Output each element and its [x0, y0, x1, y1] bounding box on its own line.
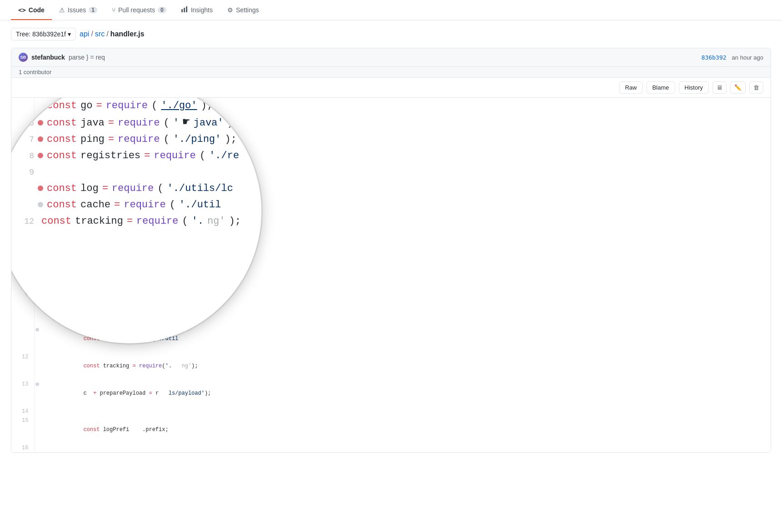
- breadcrumb-current-file: handler.js: [110, 30, 145, 38]
- breadcrumb-bar: Tree: 836b392e1f ▾ api / src / handler.j…: [0, 20, 782, 48]
- commit-info-right: 836b392 an hour ago: [702, 54, 763, 61]
- table-row: const log = require('./utils/lc: [11, 298, 771, 325]
- commit-message: parse } = req: [69, 54, 105, 61]
- blame-button[interactable]: Blame: [647, 81, 675, 94]
- commit-author[interactable]: stefanbuck: [31, 54, 65, 61]
- table-row: 12 const tracking = require('. ng');: [11, 352, 771, 380]
- table-row: const cache = require('./util: [11, 325, 771, 352]
- tab-issues[interactable]: ⚠ Issues 1: [52, 1, 105, 20]
- nav-tabs: <> Code ⚠ Issues 1 ⑂ Pull requests 0 Ins…: [0, 0, 782, 20]
- table-row: 8 const registries = require('./re: [11, 261, 771, 289]
- table-row: 6 const java = require('./java');: [11, 207, 771, 234]
- desktop-icon-button[interactable]: 🖥: [712, 81, 727, 94]
- pull-request-icon: ⑂: [112, 6, 115, 14]
- tab-issues-label: Issues: [68, 6, 86, 14]
- avatar: SB: [19, 53, 28, 62]
- table-row: 9: [11, 289, 771, 298]
- svg-rect-2: [186, 6, 187, 12]
- svg-rect-0: [181, 9, 183, 12]
- code-area[interactable]: 5 const go = require('./go'); 6 const ja…: [11, 98, 771, 452]
- commit-time: an hour ago: [732, 54, 763, 61]
- history-button[interactable]: History: [679, 81, 709, 94]
- tab-code[interactable]: <> Code: [11, 1, 52, 20]
- tab-pull-requests-label: Pull requests: [118, 6, 155, 14]
- chevron-down-icon: ▾: [68, 30, 71, 38]
- insights-icon: [181, 5, 188, 14]
- breadcrumb-api[interactable]: api: [80, 30, 89, 38]
- breadcrumb-sep-2: /: [106, 30, 108, 38]
- pencil-icon: ✏️: [734, 84, 742, 91]
- code-icon: <>: [18, 6, 26, 14]
- table-row: 14: [11, 407, 771, 416]
- table-row: 13 c + preparePayload = r ls/payload');: [11, 380, 771, 407]
- table-row: const pMap = require('p-map'.: [11, 152, 771, 180]
- tab-settings[interactable]: ⚙ Settings: [220, 1, 266, 20]
- breadcrumb-sep-1: /: [91, 30, 93, 38]
- raw-button[interactable]: Raw: [619, 81, 643, 94]
- tab-insights[interactable]: Insights: [174, 0, 220, 20]
- commit-sha[interactable]: 836b392: [702, 54, 727, 61]
- breadcrumb: api / src / handler.js: [80, 30, 144, 38]
- tree-selector[interactable]: Tree: 836b392e1f ▾: [11, 28, 76, 40]
- tree-label: Tree: 836b392e1f: [16, 30, 66, 38]
- commit-info-left: SB stefanbuck parse } = req: [19, 53, 105, 62]
- file-actions-bar: Raw Blame History 🖥 ✏️ 🗑: [11, 78, 771, 98]
- issues-badge: 1: [89, 7, 97, 13]
- file-container: SB stefanbuck parse } = req 836b392 an h…: [11, 48, 771, 453]
- breadcrumb-src[interactable]: src: [95, 30, 105, 38]
- table-row: .parse } = req: [11, 98, 771, 125]
- table-row: 15 const logPrefi .prefix;: [11, 416, 771, 443]
- table-row: 7 const ping = require('./ping');: [11, 234, 771, 261]
- contributors-info: 1 contributor: [11, 67, 771, 78]
- commit-bar: SB stefanbuck parse } = req 836b392 an h…: [11, 48, 771, 67]
- issues-icon: ⚠: [59, 6, 65, 14]
- contributors-count: 1 contributor: [19, 69, 51, 75]
- code-table: .parse } = req ist { json } = require(: [11, 98, 771, 452]
- tab-code-label: Code: [29, 6, 45, 14]
- tab-pull-requests[interactable]: ⑂ Pull requests 0: [105, 1, 174, 20]
- table-row: 16: [11, 443, 771, 452]
- table-row: ist { json } = require(: [11, 125, 771, 152]
- tab-settings-label: Settings: [236, 6, 259, 14]
- svg-rect-1: [184, 8, 185, 12]
- tab-insights-label: Insights: [191, 6, 213, 14]
- table-row: 5 const go = require('./go');: [11, 180, 771, 207]
- gear-icon: ⚙: [227, 6, 233, 14]
- desktop-icon: 🖥: [717, 84, 722, 91]
- edit-icon-button[interactable]: ✏️: [730, 81, 746, 94]
- pr-badge: 0: [158, 7, 166, 13]
- delete-icon-button[interactable]: 🗑: [749, 81, 763, 94]
- trash-icon: 🗑: [753, 84, 759, 91]
